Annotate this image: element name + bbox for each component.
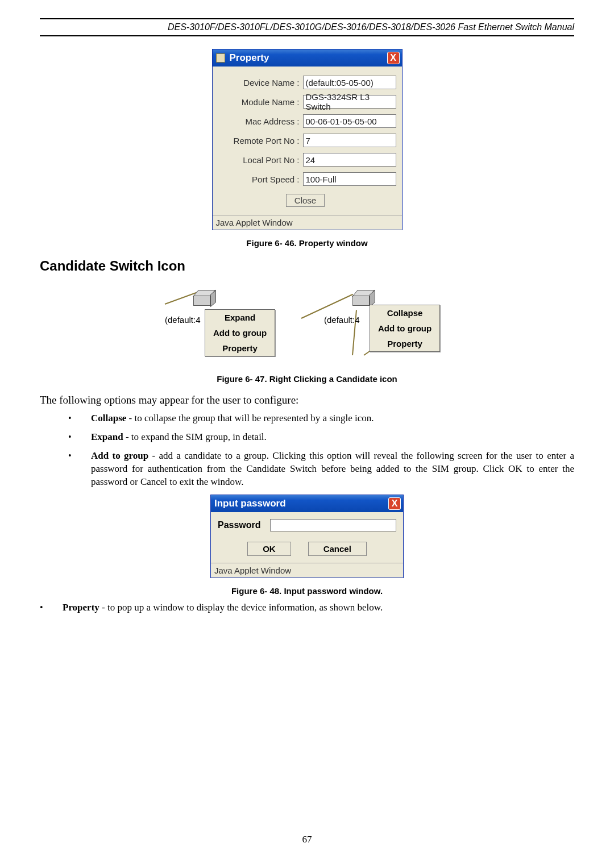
list-item: Property - to pop up a window to display… bbox=[40, 601, 574, 614]
menu-item-expand[interactable]: Expand bbox=[205, 310, 275, 325]
option-expand-text: - to expand the SIM group, in detail. bbox=[123, 431, 267, 442]
node-label-left: (default:4 bbox=[165, 315, 201, 325]
port-speed-label: Port Speed : bbox=[215, 175, 303, 184]
options-list: Collapse - to collapse the group that wi… bbox=[40, 412, 574, 489]
list-item: Expand - to expand the SIM group, in det… bbox=[68, 431, 574, 444]
password-field[interactable] bbox=[270, 519, 396, 531]
window-icon bbox=[216, 53, 225, 63]
figure-47-graphic: (default:4 Expand Add to group Property … bbox=[159, 286, 455, 366]
property-window-title: Property bbox=[230, 52, 269, 64]
close-icon[interactable]: X bbox=[387, 52, 400, 64]
option-property-text: - to pop up a window to display the devi… bbox=[99, 602, 383, 613]
close-icon[interactable]: X bbox=[388, 497, 401, 510]
password-label: Password bbox=[218, 520, 261, 530]
option-add-bold: Add to group bbox=[91, 450, 148, 461]
cancel-button[interactable]: Cancel bbox=[308, 542, 367, 556]
figure-46-caption: Figure 6- 46. Property window bbox=[40, 238, 574, 248]
module-name-field[interactable]: DGS-3324SR L3 Switch bbox=[303, 95, 396, 109]
mac-address-label: Mac Address : bbox=[215, 117, 303, 126]
device-name-label: Device Name : bbox=[215, 78, 303, 88]
switch-icon bbox=[193, 293, 214, 308]
paragraph-intro: The following options may appear for the… bbox=[40, 394, 574, 406]
header-rule-top bbox=[40, 18, 574, 19]
mac-address-field[interactable]: 00-06-01-05-05-00 bbox=[303, 114, 396, 128]
context-menu-left: Expand Add to group Property bbox=[205, 309, 275, 356]
context-menu-right: Collapse Add to group Property bbox=[370, 305, 440, 352]
option-property-bold: Property bbox=[63, 602, 99, 613]
section-heading: Candidate Switch Icon bbox=[40, 258, 574, 274]
remote-port-label: Remote Port No : bbox=[215, 136, 303, 146]
device-name-field[interactable]: (default:05-05-00) bbox=[303, 76, 396, 89]
property-window: Property X Device Name : (default:05-05-… bbox=[212, 49, 403, 230]
header-rule-bottom bbox=[40, 35, 574, 36]
port-speed-field[interactable]: 100-Full bbox=[303, 172, 396, 186]
option-collapse-text: - to collapse the group that will be rep… bbox=[126, 413, 374, 423]
figure-48-caption: Figure 6- 48. Input password window. bbox=[40, 586, 574, 596]
page-header: DES-3010F/DES-3010FL/DES-3010G/DES-3016/… bbox=[40, 20, 574, 34]
password-status-bar: Java Applet Window bbox=[211, 563, 403, 578]
close-button[interactable]: Close bbox=[286, 194, 325, 207]
node-label-right: (default:4 bbox=[324, 315, 360, 325]
menu-item-property[interactable]: Property bbox=[205, 340, 275, 356]
list-item: Collapse - to collapse the group that wi… bbox=[68, 412, 574, 425]
menu-item-add-to-group[interactable]: Add to group bbox=[205, 325, 275, 340]
property-status-bar: Java Applet Window bbox=[213, 215, 402, 230]
list-item: Add to group - add a candidate to a grou… bbox=[68, 450, 574, 489]
figure-47-caption: Figure 6- 47. Right Clicking a Candidate… bbox=[40, 374, 574, 384]
remote-port-field[interactable]: 7 bbox=[303, 134, 396, 147]
menu-item-add-to-group[interactable]: Add to group bbox=[370, 321, 439, 336]
menu-item-collapse[interactable]: Collapse bbox=[370, 305, 439, 321]
ok-button[interactable]: OK bbox=[247, 542, 291, 556]
page-number: 67 bbox=[0, 834, 614, 845]
local-port-label: Local Port No : bbox=[215, 155, 303, 165]
property-window-titlebar: Property X bbox=[213, 49, 402, 67]
input-password-title: Input password bbox=[214, 498, 286, 509]
local-port-field[interactable]: 24 bbox=[303, 153, 396, 167]
menu-item-property[interactable]: Property bbox=[370, 336, 439, 351]
input-password-titlebar: Input password X bbox=[211, 495, 403, 512]
options-list-continued: Property - to pop up a window to display… bbox=[40, 601, 574, 614]
input-password-window: Input password X Password OK Cancel Java… bbox=[210, 495, 404, 578]
option-add-text: - add a candidate to a group. Clicking t… bbox=[91, 450, 574, 487]
option-expand-bold: Expand bbox=[91, 431, 123, 442]
module-name-label: Module Name : bbox=[215, 97, 303, 107]
option-collapse-bold: Collapse bbox=[91, 413, 126, 423]
